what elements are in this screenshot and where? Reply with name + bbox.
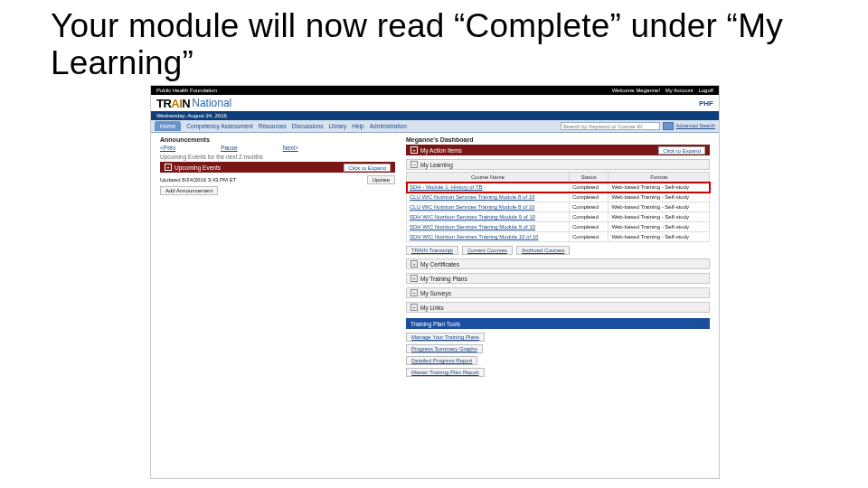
upcoming-events-label: Upcoming Events [175, 164, 221, 171]
nav-admin[interactable]: Administration [370, 123, 407, 129]
course-link[interactable]: CLU WIC Nutrition Services Training Modu… [407, 202, 570, 212]
nav-library[interactable]: Library [328, 123, 346, 129]
progress-summary-button[interactable]: Progress Summary Graphs [406, 344, 483, 353]
action-expand-button[interactable]: Click to Expand [658, 146, 705, 155]
add-announcement-button[interactable]: Add Announcement [160, 186, 218, 195]
upcoming-expand-button[interactable]: Click to Expand [344, 164, 391, 172]
brand-bar: TRAIN National PHF [151, 95, 719, 111]
course-link[interactable]: CLU WIC Nutrition Services Training Modu… [407, 192, 570, 202]
brand-text-x: AI [171, 97, 182, 110]
nav-resources[interactable]: Resources [259, 123, 287, 129]
course-link[interactable]: SDH WIC Nutrition Services Training Modu… [407, 232, 570, 242]
action-items-label: My Action Items [420, 147, 462, 154]
acc-surveys[interactable]: +My Surveys [406, 287, 710, 298]
course-status: Completed [570, 212, 609, 222]
manage-training-plans-button[interactable]: Manage Your Training Plans [406, 333, 485, 342]
tools-edit-link[interactable]: Edit [696, 321, 705, 326]
acc-label: My Surveys [420, 290, 451, 296]
annc-next[interactable]: Next> [283, 145, 298, 151]
welcome-text: Welcome Meganne! [612, 88, 660, 93]
course-format: Web-based Training - Self-study [609, 222, 710, 232]
plus-icon: + [410, 260, 418, 267]
course-format: Web-based Training - Self-study [609, 232, 710, 242]
updated-text: Updated 8/24/2016 3:43 PM ET [160, 177, 236, 183]
brand-text-r: N [182, 97, 190, 110]
course-status: Completed [570, 232, 609, 242]
dashboard-column: Meganne's Dashboard + My Action Items Cl… [406, 136, 710, 377]
course-format: Web-based Training - Self-study [609, 212, 710, 222]
action-items-bar[interactable]: + My Action Items Click to Expand [406, 145, 710, 155]
acc-label: My Certificates [420, 261, 459, 267]
plus-icon: + [410, 289, 418, 296]
plus-icon: + [165, 164, 172, 171]
topbar: Public Health Foundation Welcome Meganne… [151, 86, 719, 95]
minus-icon: − [410, 161, 418, 168]
slide-title: Your module will now read “Complete” und… [0, 0, 868, 86]
course-format: Web-based Training - Self-study [609, 192, 710, 202]
date-bar: Wednesday, August 24, 2016 [151, 111, 719, 120]
course-status: Completed [570, 202, 609, 212]
nav-competency[interactable]: Competency Assessment [186, 123, 252, 129]
tools-label: Training Plan Tools [410, 321, 460, 327]
course-status: Completed [570, 222, 609, 232]
acc-label: My Links [420, 305, 444, 311]
course-link[interactable]: SDH WIC Nutrition Services Training Modu… [407, 222, 570, 232]
master-training-plan-button[interactable]: Master Training Plan Report [406, 368, 485, 377]
col-course-name[interactable]: Course Name [407, 173, 570, 183]
nav-home[interactable]: Home [155, 121, 181, 131]
plus-icon: + [410, 275, 418, 282]
announcements-column: Announcements <Prev Pause Next> Upcoming… [160, 136, 395, 377]
upcoming-events-bar[interactable]: + Upcoming Events Click to Expand [160, 162, 395, 173]
annc-pause[interactable]: Pause [221, 145, 237, 151]
plus-icon: + [410, 146, 418, 154]
train-transcript-button[interactable]: TRAIN Transcript [406, 246, 458, 255]
my-learning-label: My Learning [420, 162, 453, 168]
nav-discussions[interactable]: Discussions [292, 123, 324, 129]
search-input[interactable] [561, 122, 660, 130]
brand-right: PHF [699, 99, 713, 108]
course-status: Completed [570, 183, 609, 192]
navbar: Home Competency Assessment Resources Dis… [151, 120, 719, 133]
topbar-left: Public Health Foundation [156, 88, 609, 93]
acc-links[interactable]: +My Links [406, 302, 710, 313]
course-format: Web-based Training - Self-study [609, 202, 710, 212]
course-link[interactable]: SDH WIC Nutrition Services Training Modu… [407, 212, 570, 222]
courses-table: Course Name Status Format SDH - Module 1… [406, 172, 710, 242]
training-plan-tools-bar: Training Plan Tools Edit [406, 318, 710, 329]
table-row: SDH WIC Nutrition Services Training Modu… [407, 222, 710, 232]
brand-logo: TRAIN [156, 97, 190, 110]
table-row: SDH - Module 1: History of TB Completed … [407, 183, 710, 192]
search-go-button[interactable] [663, 122, 674, 130]
brand-text-l: TR [156, 97, 171, 110]
course-status: Completed [570, 192, 609, 202]
acc-label: My Training Plans [420, 276, 467, 282]
announcements-title: Announcements [160, 136, 395, 143]
upcoming-months: Upcoming Events for the next 2 months [160, 154, 395, 160]
my-learning-bar[interactable]: − My Learning [406, 159, 710, 170]
table-row: CLU WIC Nutrition Services Training Modu… [407, 192, 710, 202]
dashboard-title: Meganne's Dashboard [406, 136, 710, 143]
archived-courses-button[interactable]: Archived Courses [516, 246, 570, 255]
col-status[interactable]: Status [570, 173, 609, 183]
course-link[interactable]: SDH - Module 1: History of TB [407, 183, 570, 192]
course-format: Web-based Training - Self-study [609, 183, 710, 192]
table-row: SDH WIC Nutrition Services Training Modu… [407, 212, 710, 222]
update-button[interactable]: Update [367, 175, 395, 184]
detailed-progress-button[interactable]: Detailed Progress Report [406, 356, 477, 365]
table-row: SDH WIC Nutrition Services Training Modu… [407, 232, 710, 242]
acc-certificates[interactable]: +My Certificates [406, 258, 710, 269]
brand-sub: National [192, 97, 231, 109]
acc-training-plans[interactable]: +My Training Plans [406, 273, 710, 284]
logoff-link[interactable]: Logoff [698, 88, 713, 93]
nav-help[interactable]: Help [352, 123, 363, 129]
plus-icon: + [410, 304, 418, 311]
my-account-link[interactable]: My Account [665, 88, 693, 93]
current-courses-button[interactable]: Current Courses [462, 246, 513, 255]
table-row: CLU WIC Nutrition Services Training Modu… [407, 202, 710, 212]
train-app: Public Health Foundation Welcome Meganne… [150, 85, 720, 479]
col-format[interactable]: Format [609, 173, 710, 183]
advanced-search-link[interactable]: Advanced Search [676, 124, 715, 129]
annc-prev[interactable]: <Prev [160, 145, 175, 151]
